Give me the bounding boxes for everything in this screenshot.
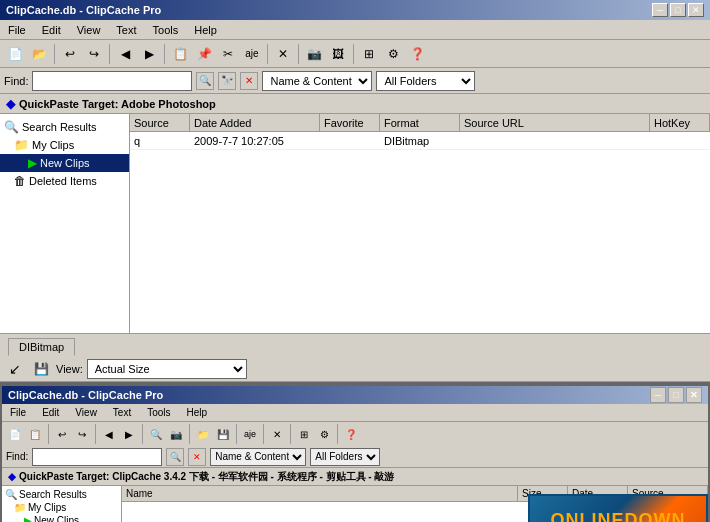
second-tree-new-clips[interactable]: ▶ New Clips bbox=[2, 514, 121, 522]
second-find-input[interactable] bbox=[32, 448, 162, 466]
s-sep-4 bbox=[189, 424, 190, 444]
window-title: ClipCache.db - ClipCache Pro bbox=[6, 4, 161, 16]
minimize-button[interactable]: ─ bbox=[652, 3, 668, 17]
find-clear-icon[interactable]: ✕ bbox=[240, 72, 258, 90]
second-menu-file[interactable]: File bbox=[6, 405, 30, 420]
find-search-icon[interactable]: 🔍 bbox=[196, 72, 214, 90]
s-tb-10[interactable]: 💾 bbox=[214, 425, 232, 443]
copy-button[interactable]: 📋 bbox=[169, 43, 191, 65]
menu-help[interactable]: Help bbox=[190, 22, 221, 38]
forward-button[interactable]: ▶ bbox=[138, 43, 160, 65]
back-button[interactable]: ◀ bbox=[114, 43, 136, 65]
second-quickpaste: ◆ QuickPaste Target: ClipCache 3.4.2 下载 … bbox=[2, 468, 708, 486]
second-find-search[interactable]: 🔍 bbox=[166, 448, 184, 466]
s-tb-11[interactable]: aje bbox=[241, 425, 259, 443]
tree-item-search-results[interactable]: 🔍 Search Results bbox=[0, 118, 129, 136]
find-binoculars-icon[interactable]: 🔭 bbox=[218, 72, 236, 90]
new-button[interactable]: 📄 bbox=[4, 43, 26, 65]
second-menu-view[interactable]: View bbox=[71, 405, 101, 420]
s-tb-4[interactable]: ↪ bbox=[73, 425, 91, 443]
second-window: ClipCache.db - ClipCache Pro ─ □ ✕ File … bbox=[0, 384, 710, 522]
second-new-clips-icon: ▶ bbox=[24, 515, 32, 522]
s-tb-6[interactable]: ▶ bbox=[120, 425, 138, 443]
s-tb-15[interactable]: ❓ bbox=[342, 425, 360, 443]
second-menu-help[interactable]: Help bbox=[183, 405, 212, 420]
find-input[interactable] bbox=[32, 71, 192, 91]
second-tree-panel: 🔍 Search Results 📁 My Clips ▶ New Clips … bbox=[2, 486, 122, 522]
menu-edit[interactable]: Edit bbox=[38, 22, 65, 38]
menu-view[interactable]: View bbox=[73, 22, 105, 38]
filter-dropdown[interactable]: Name & Content Name Only Content Only bbox=[262, 71, 372, 91]
view-label: View: bbox=[56, 363, 83, 375]
cell-hotkey bbox=[650, 140, 710, 142]
second-menu-text[interactable]: Text bbox=[109, 405, 135, 420]
menu-bar: File Edit View Text Tools Help bbox=[0, 20, 710, 40]
tree-item-my-clips[interactable]: 📁 My Clips bbox=[0, 136, 129, 154]
spell-button[interactable]: aje bbox=[241, 43, 263, 65]
second-maximize[interactable]: □ bbox=[668, 387, 684, 403]
preview-tb-2[interactable]: 💾 bbox=[30, 358, 52, 380]
s-tb-8[interactable]: 📷 bbox=[167, 425, 185, 443]
s-tb-3[interactable]: ↩ bbox=[53, 425, 71, 443]
cut-button[interactable]: ✂ bbox=[217, 43, 239, 65]
view-dropdown[interactable]: Actual Size Fit to Window 50% 75% 100% 2… bbox=[87, 359, 247, 379]
s-sep-1 bbox=[48, 424, 49, 444]
grid-button[interactable]: ⊞ bbox=[358, 43, 380, 65]
redo-button[interactable]: ↪ bbox=[83, 43, 105, 65]
col-source: Source bbox=[130, 114, 190, 131]
second-filter-dropdown[interactable]: Name & Content bbox=[210, 448, 306, 466]
toolbar-sep-3 bbox=[164, 44, 165, 64]
menu-tools[interactable]: Tools bbox=[149, 22, 183, 38]
s-tb-9[interactable]: 📁 bbox=[194, 425, 212, 443]
quickpaste-label: QuickPaste Target: Adobe Photoshop bbox=[19, 98, 216, 110]
toolbar-sep-1 bbox=[54, 44, 55, 64]
preview-tab-dibitmap[interactable]: DIBitmap bbox=[8, 338, 75, 356]
delete-button[interactable]: ✕ bbox=[272, 43, 294, 65]
preview-tb-1[interactable]: ↙ bbox=[4, 358, 26, 380]
second-scope-dropdown[interactable]: All Folders bbox=[310, 448, 380, 466]
paste-button[interactable]: 📌 bbox=[193, 43, 215, 65]
second-find-bar: Find: 🔍 ✕ Name & Content All Folders bbox=[2, 446, 708, 468]
tree-item-deleted-items[interactable]: 🗑 Deleted Items bbox=[0, 172, 129, 190]
second-tree-search-results[interactable]: 🔍 Search Results bbox=[2, 488, 121, 501]
open-button[interactable]: 📂 bbox=[28, 43, 50, 65]
help-button[interactable]: ❓ bbox=[406, 43, 428, 65]
my-clips-icon: 📁 bbox=[14, 138, 29, 152]
menu-file[interactable]: File bbox=[4, 22, 30, 38]
second-search-icon: 🔍 bbox=[5, 489, 17, 500]
second-menu-edit[interactable]: Edit bbox=[38, 405, 63, 420]
scope-dropdown[interactable]: All Folders Current Folder bbox=[376, 71, 475, 91]
second-close[interactable]: ✕ bbox=[686, 387, 702, 403]
preview-pane: DIBitmap ↙ 💾 View: Actual Size Fit to Wi… bbox=[0, 334, 710, 384]
close-button[interactable]: ✕ bbox=[688, 3, 704, 17]
s-sep-6 bbox=[263, 424, 264, 444]
undo-button[interactable]: ↩ bbox=[59, 43, 81, 65]
table-row[interactable]: q 2009-7-7 10:27:05 DIBitmap bbox=[130, 132, 710, 150]
tree-label-new-clips: New Clips bbox=[40, 157, 90, 169]
s-tb-7[interactable]: 🔍 bbox=[147, 425, 165, 443]
second-tree-my-clips[interactable]: 📁 My Clips bbox=[2, 501, 121, 514]
table-header: Source Date Added Favorite Format Source… bbox=[130, 114, 710, 132]
s-tb-2[interactable]: 📋 bbox=[26, 425, 44, 443]
s-tb-14[interactable]: ⚙ bbox=[315, 425, 333, 443]
second-find-label: Find: bbox=[6, 451, 28, 462]
menu-text[interactable]: Text bbox=[112, 22, 140, 38]
second-menu-tools[interactable]: Tools bbox=[143, 405, 174, 420]
s-tb-1[interactable]: 📄 bbox=[6, 425, 24, 443]
second-minimize[interactable]: ─ bbox=[650, 387, 666, 403]
maximize-button[interactable]: □ bbox=[670, 3, 686, 17]
tree-item-new-clips[interactable]: ▶ New Clips bbox=[0, 154, 129, 172]
main-toolbar: 📄 📂 ↩ ↪ ◀ ▶ 📋 📌 ✂ aje ✕ 📷 🖼 ⊞ ⚙ ❓ bbox=[0, 40, 710, 68]
s-tb-5[interactable]: ◀ bbox=[100, 425, 118, 443]
capture2-button[interactable]: 🖼 bbox=[327, 43, 349, 65]
cell-source: q bbox=[130, 134, 190, 148]
second-find-clear[interactable]: ✕ bbox=[188, 448, 206, 466]
tree-label-search-results: Search Results bbox=[22, 121, 97, 133]
capture-button[interactable]: 📷 bbox=[303, 43, 325, 65]
s-tb-13[interactable]: ⊞ bbox=[295, 425, 313, 443]
s-sep-2 bbox=[95, 424, 96, 444]
settings-button[interactable]: ⚙ bbox=[382, 43, 404, 65]
col-date-added: Date Added bbox=[190, 114, 320, 131]
s-tb-12[interactable]: ✕ bbox=[268, 425, 286, 443]
cell-source-url bbox=[460, 140, 650, 142]
